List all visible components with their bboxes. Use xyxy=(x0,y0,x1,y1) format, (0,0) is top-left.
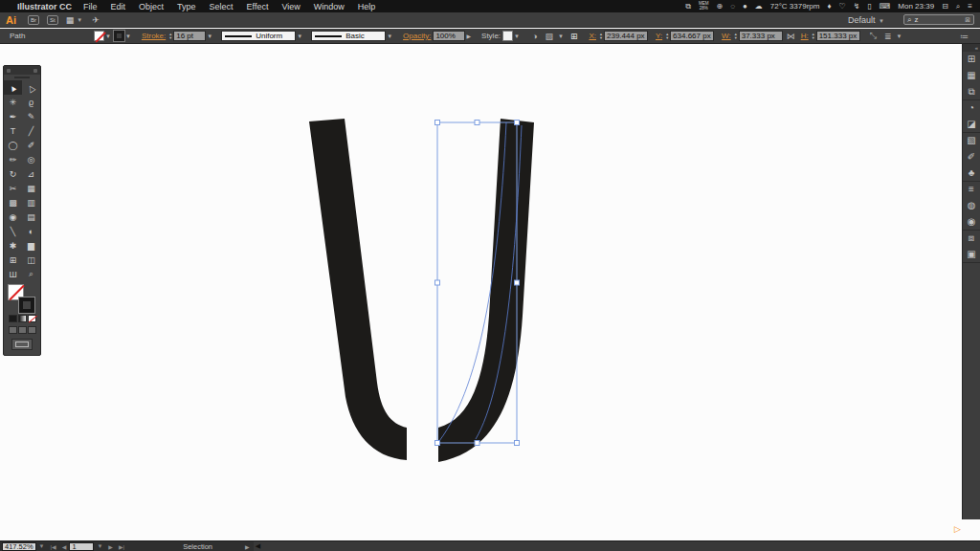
share-icon[interactable]: ✈ xyxy=(92,15,100,25)
status-flyout-arrow[interactable]: ▶ xyxy=(245,543,250,550)
dock-expand-icon[interactable]: « xyxy=(963,44,980,52)
eyedropper-tool[interactable]: ╲ xyxy=(4,224,22,238)
opacity-label[interactable]: Opacity: xyxy=(403,32,431,40)
bridge-button[interactable]: Br xyxy=(28,15,39,25)
align-flyout-caret[interactable]: ▼ xyxy=(558,33,564,39)
y-stepper[interactable]: ▲▼ xyxy=(665,33,669,40)
variable-width-caret[interactable]: ▼ xyxy=(297,33,302,39)
w-field[interactable]: 37.333 px xyxy=(739,31,783,41)
spotlight-icon[interactable]: ⌕ xyxy=(956,0,960,12)
selection-handle[interactable] xyxy=(475,441,479,446)
rotate-tool[interactable]: ↻ xyxy=(4,166,22,181)
brush-caret[interactable]: ▼ xyxy=(387,33,392,39)
next-artboard-button[interactable]: ▶ xyxy=(108,543,113,550)
shaper-tool[interactable]: ◎ xyxy=(22,152,40,166)
brushes-panel-icon[interactable]: ✐ xyxy=(968,152,975,162)
zoom-tool[interactable]: ⌕ xyxy=(22,267,40,281)
menu-view[interactable]: View xyxy=(281,2,300,11)
paintbrush-tool[interactable]: ✐ xyxy=(22,138,40,152)
selection-handle[interactable] xyxy=(515,441,520,446)
variable-width-dropdown[interactable]: Uniform xyxy=(221,31,296,41)
draw-inside-button[interactable] xyxy=(28,326,36,334)
selection-handle[interactable] xyxy=(475,121,479,125)
isolate-caret[interactable]: ▼ xyxy=(896,33,902,39)
artboards-panel-icon[interactable]: ▣ xyxy=(967,250,975,259)
stroke-weight-label[interactable]: Stroke: xyxy=(142,32,166,40)
slice-tool[interactable]: ◫ xyxy=(22,253,40,267)
drop-icon[interactable]: ♦ xyxy=(827,0,831,12)
swatches-panel-icon[interactable]: ▧ xyxy=(967,136,975,145)
stroke-panel-icon[interactable]: ≡ xyxy=(969,185,974,194)
stroke-swatch[interactable] xyxy=(114,31,124,41)
fill-swatch[interactable] xyxy=(94,31,104,41)
arrange-documents-icon[interactable]: ▦ xyxy=(66,15,75,25)
artboard-caret[interactable]: ▼ xyxy=(97,543,102,549)
zoom-level-field[interactable]: 417.52% xyxy=(2,542,36,551)
menu-edit[interactable]: Edit xyxy=(111,2,126,11)
selection-handle[interactable] xyxy=(515,121,520,125)
app-name[interactable]: Illustrator CC xyxy=(17,2,72,11)
battery-vert-icon[interactable]: ▯ xyxy=(867,0,871,12)
appearance-panel-icon[interactable]: ◍ xyxy=(968,201,976,210)
hand-tool[interactable]: Ш xyxy=(4,267,22,281)
h-stepper[interactable]: ▲▼ xyxy=(812,33,815,40)
align-panel-icon[interactable]: ▦ xyxy=(967,71,975,80)
draw-normal-button[interactable] xyxy=(9,326,17,334)
workspace-switcher[interactable]: Default ▼ xyxy=(848,15,894,25)
gradient-mode-button[interactable] xyxy=(18,315,27,322)
first-artboard-button[interactable]: |◀ xyxy=(51,543,56,550)
memory-indicator[interactable]: MEM 28% xyxy=(699,2,709,11)
menu-window[interactable]: Window xyxy=(314,2,345,11)
menu-type[interactable]: Type xyxy=(177,2,196,11)
selection-handle[interactable] xyxy=(435,121,440,125)
magic-wand-tool[interactable]: ✳ xyxy=(4,95,22,109)
fill-caret[interactable]: ▼ xyxy=(105,33,111,39)
pathfinder-panel-icon[interactable]: ⧉ xyxy=(968,87,974,97)
brush-dropdown[interactable]: Basic xyxy=(311,31,386,41)
prev-artboard-button[interactable]: ◀ xyxy=(62,543,67,550)
isolate-icon[interactable]: ≣ xyxy=(884,32,892,41)
battery-icon[interactable]: ⊟ xyxy=(942,0,948,12)
y-field[interactable]: 634.667 px xyxy=(670,31,714,41)
shear-icon[interactable]: ⤡ xyxy=(870,31,877,41)
gradient-panel-icon[interactable]: ◪ xyxy=(967,120,975,129)
scale-tool[interactable]: ⊿ xyxy=(22,166,40,181)
perspective-grid-tool[interactable]: ▥ xyxy=(22,195,40,209)
tools-panel-header[interactable] xyxy=(4,66,40,75)
menubar-clock[interactable]: Mon 23:39 xyxy=(898,2,934,11)
mesh-tool[interactable]: ◉ xyxy=(4,209,22,224)
draw-behind-button[interactable] xyxy=(18,326,27,334)
menu-help[interactable]: Help xyxy=(358,2,376,11)
symbols-panel-icon[interactable]: ♣ xyxy=(969,168,975,178)
menu-list-icon[interactable]: ≡ xyxy=(968,0,972,12)
search-clear-icon[interactable]: ⊠ xyxy=(965,16,970,24)
menu-file[interactable]: File xyxy=(83,2,98,11)
y-label[interactable]: Y: xyxy=(656,32,662,40)
transform-flyout-icon[interactable]: ⊞ xyxy=(570,32,578,41)
x-label[interactable]: X: xyxy=(589,32,596,40)
transform-panel-icon[interactable]: ⊞ xyxy=(968,55,975,64)
opacity-field[interactable]: 100% xyxy=(433,31,465,41)
none-mode-button[interactable] xyxy=(28,315,36,322)
stock-button[interactable]: St xyxy=(47,15,58,25)
x-stepper[interactable]: ▲▼ xyxy=(599,33,603,40)
curvature-tool[interactable]: ✎ xyxy=(22,109,40,123)
free-transform-tool[interactable]: ▦ xyxy=(22,181,40,195)
menu-select[interactable]: Select xyxy=(210,2,234,11)
selection-handle[interactable] xyxy=(515,280,520,285)
direct-selection-tool[interactable]: △ xyxy=(22,80,40,95)
cloud-icon[interactable]: ☁ xyxy=(755,0,763,12)
menu-object[interactable]: Object xyxy=(139,2,164,11)
style-swatch[interactable] xyxy=(502,31,513,41)
search-input[interactable]: ⌕ z ⊠ xyxy=(903,14,974,25)
gradient-tool[interactable]: ▤ xyxy=(22,209,40,224)
stroke-color-swatch[interactable] xyxy=(19,298,34,313)
pencil-tool[interactable]: ✏ xyxy=(4,152,22,166)
pen-tool[interactable]: ✒ xyxy=(4,109,22,123)
style-caret[interactable]: ▼ xyxy=(514,33,520,39)
arrange-documents-caret[interactable]: ▼ xyxy=(77,17,82,23)
w-label[interactable]: W: xyxy=(722,32,731,40)
line-segment-tool[interactable]: ╱ xyxy=(22,123,40,138)
align-flyout-icon[interactable]: ▨ xyxy=(545,32,553,41)
h-field[interactable]: 151.333 px xyxy=(816,31,860,41)
